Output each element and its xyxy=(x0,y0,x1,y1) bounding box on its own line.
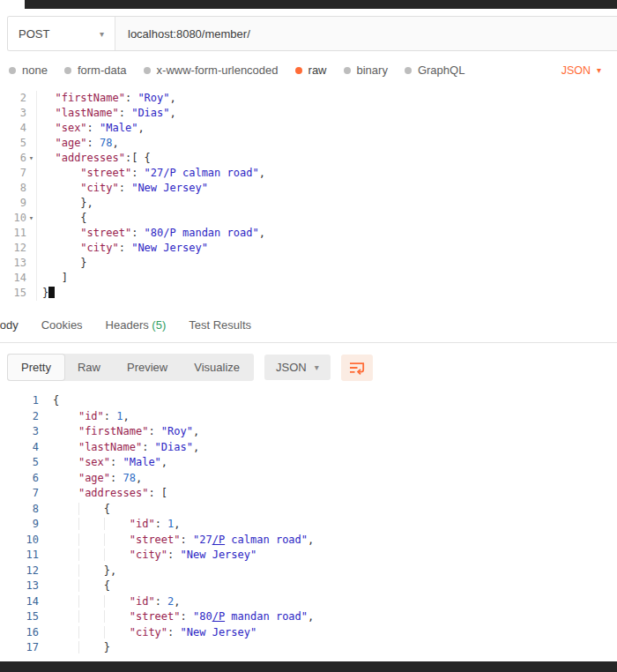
token-pun: : xyxy=(142,441,154,453)
token-str: "80/P mandan road" xyxy=(145,227,259,239)
code-line: 9 "id": 1, xyxy=(0,517,617,533)
token-str: "Dias" xyxy=(155,441,193,453)
indent-guide xyxy=(53,425,78,437)
response-tab-label: Test Results xyxy=(189,318,251,332)
fold-gutter xyxy=(39,455,53,471)
token-str: calman road" xyxy=(225,534,308,546)
url-input[interactable]: localhost:8080/member/ xyxy=(115,17,617,50)
code-line: 11 "street": "80/P mandan road", xyxy=(0,226,617,241)
fold-gutter xyxy=(39,594,53,610)
fold-gutter xyxy=(39,393,53,409)
body-type-label: GraphQL xyxy=(418,63,465,77)
code-text: }, xyxy=(53,564,116,579)
code-text: "street": "27/P calman road", xyxy=(42,166,265,181)
fold-arrow-icon[interactable]: ▾ xyxy=(26,151,37,166)
token-pun: : [ xyxy=(148,487,167,499)
fold-gutter xyxy=(39,625,53,641)
code-line: 8 { xyxy=(0,502,617,518)
token-key: "city" xyxy=(80,182,118,194)
token-key: "age" xyxy=(78,472,110,484)
token-key: "lastName" xyxy=(78,441,142,453)
response-view-toolbar: PrettyRawPreviewVisualize JSON ▾ xyxy=(0,343,617,392)
code-text: "street": "80/P mandan road", xyxy=(42,226,265,241)
line-number: 15 xyxy=(0,609,39,625)
line-number: 5 xyxy=(0,455,39,471)
wrap-lines-button[interactable] xyxy=(341,355,373,381)
token-pun: , xyxy=(174,518,180,530)
code-text: "addresses": [ xyxy=(53,486,167,502)
response-tab-headers[interactable]: Headers (5) xyxy=(106,318,167,332)
code-text: "city": "New Jersey" xyxy=(42,241,208,256)
token-pun: , xyxy=(308,610,314,623)
view-mode-raw[interactable]: Raw xyxy=(64,355,114,380)
response-tab-cookies[interactable]: Cookies xyxy=(41,318,83,332)
line-number: 12 xyxy=(0,241,26,256)
fold-gutter xyxy=(39,517,53,533)
code-line: 7 "addresses": [ xyxy=(0,486,617,502)
body-type-binary[interactable]: binary xyxy=(344,63,388,77)
token-key: "addresses" xyxy=(55,152,124,164)
code-text: "firstName": "Roy", xyxy=(42,91,176,106)
code-text: } xyxy=(42,256,87,271)
code-line: 8 "city": "New Jersey" xyxy=(0,181,617,196)
raw-language-dropdown[interactable]: JSON ▾ xyxy=(561,64,605,77)
token-pun: , xyxy=(174,595,180,608)
token-pun: , xyxy=(170,107,176,119)
indent-guide xyxy=(78,534,104,546)
response-format-dropdown[interactable]: JSON ▾ xyxy=(264,355,331,380)
indent-guide xyxy=(53,518,78,530)
token-ws xyxy=(42,122,55,134)
body-type-none[interactable]: none xyxy=(9,63,48,77)
fold-gutter xyxy=(26,286,37,301)
fold-gutter xyxy=(26,106,37,121)
token-pun: , xyxy=(259,227,265,239)
body-type-form-data[interactable]: form-data xyxy=(64,63,127,77)
code-line: 2 "firstName": "Roy", xyxy=(0,91,617,106)
indent-guide xyxy=(53,441,78,453)
indent-guide xyxy=(53,641,78,653)
token-pun: : xyxy=(104,410,116,422)
request-body-editor[interactable]: 2 "firstName": "Roy",3 "lastName": "Dias… xyxy=(0,91,617,301)
code-text: "id": 1, xyxy=(53,517,181,533)
token-key: "id" xyxy=(78,410,104,422)
indent-guide xyxy=(53,472,78,484)
body-type-graphql[interactable]: GraphQL xyxy=(405,63,465,77)
code-text: "street": "80/P mandan road", xyxy=(53,609,314,625)
body-type-label: form-data xyxy=(78,63,127,77)
code-text: }, xyxy=(42,196,93,211)
token-pun: : xyxy=(87,122,100,134)
code-text: "lastName": "Dias", xyxy=(53,440,199,456)
view-mode-preview[interactable]: Preview xyxy=(114,355,181,380)
indent-guide xyxy=(78,549,104,561)
token-pun: : xyxy=(167,626,180,638)
code-line: 14 ] xyxy=(0,271,617,286)
fold-gutter xyxy=(39,640,53,656)
response-tab-test-results[interactable]: Test Results xyxy=(189,318,251,332)
indent-guide xyxy=(53,564,78,577)
code-text: "addresses":[ { xyxy=(42,151,151,166)
token-pun: : xyxy=(110,472,123,484)
fold-arrow-icon[interactable]: ▾ xyxy=(26,211,37,226)
code-text: "id": 2, xyxy=(53,594,181,610)
token-pun: : xyxy=(155,595,167,608)
response-tab-label: Cookies xyxy=(41,318,83,332)
indent-guide xyxy=(104,534,130,546)
token-key: "addresses" xyxy=(78,487,148,499)
body-type-raw[interactable]: raw xyxy=(295,63,327,77)
text-cursor xyxy=(48,287,55,298)
token-pun: , xyxy=(123,410,130,422)
token-num: 78 xyxy=(100,137,112,149)
view-mode-pretty[interactable]: Pretty xyxy=(8,355,64,380)
body-type-label: x-www-form-urlencoded xyxy=(157,63,279,77)
method-dropdown[interactable]: POST ▾ xyxy=(8,17,115,50)
response-tab-body[interactable]: Body xyxy=(0,318,19,332)
code-line: 2 "id": 1, xyxy=(0,409,617,425)
line-number: 4 xyxy=(0,440,39,456)
headers-count-badge: (5) xyxy=(149,318,167,332)
view-mode-visualize[interactable]: Visualize xyxy=(181,355,253,380)
token-str: "New Jersey" xyxy=(131,242,208,254)
token-key: "lastName" xyxy=(55,107,118,119)
body-type-x-www-form-urlencoded[interactable]: x-www-form-urlencoded xyxy=(144,63,279,77)
indent-guide xyxy=(104,626,130,638)
code-line: 14 "id": 2, xyxy=(0,594,617,610)
